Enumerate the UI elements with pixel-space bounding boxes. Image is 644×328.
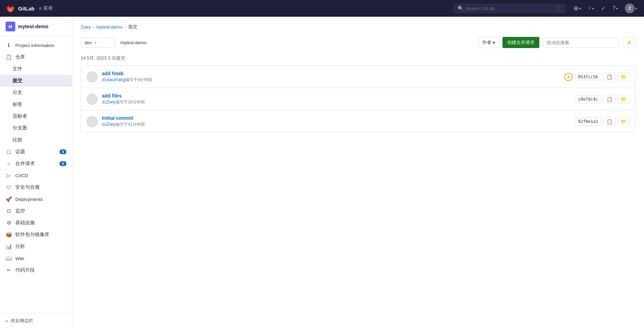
browse-files-button[interactable]: 📁 xyxy=(618,117,630,126)
issues-icon: ◻ xyxy=(6,149,12,155)
commit-time: 16分钟前 xyxy=(128,100,145,104)
breadcrumb-mytest-demo[interactable]: mytest-demo xyxy=(96,24,122,30)
commit-info: add fstab 由xiaozhang编写于4分钟前 xyxy=(102,71,560,83)
sidebar: M mytest-demo ℹ Project information 📋 仓库… xyxy=(0,17,72,328)
deployments-icon: 🚀 xyxy=(6,196,12,202)
copy-sha-button[interactable]: 📋 xyxy=(603,72,615,81)
project-name: mytest-demo xyxy=(18,24,48,29)
help-icon[interactable]: ? ▾ xyxy=(611,4,619,13)
sidebar-item-repository[interactable]: 📋 仓库 xyxy=(0,51,72,63)
repo-name-label: mytest-demo xyxy=(119,38,148,47)
sidebar-item-analytics[interactable]: 📊 分析 xyxy=(0,241,72,252)
commit-sha[interactable]: c0e7dc4c xyxy=(575,95,601,103)
branch-selector[interactable]: dev ▾ xyxy=(81,38,115,48)
browse-files-button[interactable]: 📁 xyxy=(618,95,630,104)
rss-icon: ⚡ xyxy=(626,39,633,45)
commit-actions: c0e7dc4c 📋 📁 xyxy=(575,95,630,104)
sidebar-item-infrastructure[interactable]: ⚙ 基础设施 xyxy=(0,217,72,229)
sidebar-item-label: Wiki xyxy=(15,256,24,261)
new-item-button[interactable]: ⊕ ▾ xyxy=(572,3,582,14)
chevron-down-icon: ▾ xyxy=(95,41,96,45)
commit-author: Zoey xyxy=(106,122,115,127)
info-icon: ℹ xyxy=(6,42,12,48)
commit-author: xiaozhang xyxy=(106,77,125,82)
table-row: add files 由Zoey编写于16分钟前 c0e7dc4c 📋 📁 xyxy=(81,88,635,110)
sidebar-item-issues[interactable]: ◻ 议题 0 xyxy=(0,146,72,158)
merge-requests-icon: ⑂ xyxy=(6,161,12,167)
folder-icon: 📁 xyxy=(621,74,627,80)
commit-time: 41分钟前 xyxy=(128,122,145,127)
main-content: Zoey › mytest-demo › 提交 dev ▾ mytest-dem… xyxy=(72,17,644,328)
gitlab-logo[interactable]: GitLab xyxy=(6,3,35,13)
commit-title[interactable]: add fstab xyxy=(102,71,123,76)
commit-actions: ⏸ 953fcc5b 📋 📁 xyxy=(564,72,630,81)
todo-icon[interactable]: ✓ xyxy=(599,4,607,13)
copy-sha-button[interactable]: 📋 xyxy=(603,117,615,126)
snippets-icon: ✂ xyxy=(6,267,12,273)
sidebar-item-label: 议题 xyxy=(15,149,25,155)
merge-requests-badge: 0 xyxy=(59,161,66,166)
sidebar-item-label: 代码片段 xyxy=(15,267,35,273)
avatar xyxy=(87,94,98,105)
navbar-actions: ⊕ ▾ ⑂ ▾ ✓ ? ▾ Z ▾ xyxy=(572,2,638,15)
search-shortcut: / xyxy=(557,6,561,11)
avatar xyxy=(87,71,98,83)
menu-button[interactable]: ≡ 菜单 xyxy=(39,5,53,11)
sidebar-item-packages[interactable]: 📦 软件包与镜像库 xyxy=(0,229,72,241)
sidebar-item-commits[interactable]: 提交 xyxy=(0,75,72,87)
sidebar-item-contributors[interactable]: 贡献者 xyxy=(0,110,72,122)
sidebar-item-label: 分支图 xyxy=(13,125,27,131)
sidebar-item-tags[interactable]: 标签 xyxy=(0,99,72,110)
browse-files-button[interactable]: 📁 xyxy=(618,72,630,81)
copy-icon: 📋 xyxy=(606,96,612,102)
sidebar-item-label: 标签 xyxy=(13,101,22,108)
search-input[interactable] xyxy=(466,6,555,11)
sidebar-item-label: Deployments xyxy=(15,197,43,202)
repository-icon: 📋 xyxy=(6,54,12,60)
sidebar-item-files[interactable]: 文件 xyxy=(0,63,72,75)
author-chevron-icon: ▾ xyxy=(493,40,495,45)
sidebar-item-wiki[interactable]: 📖 Wiki xyxy=(0,252,72,264)
breadcrumb-sep1: › xyxy=(93,24,94,30)
sidebar-item-label: 软件包与镜像库 xyxy=(15,232,49,238)
breadcrumb-zoey[interactable]: Zoey xyxy=(81,24,91,30)
commit-title[interactable]: Initial commit xyxy=(102,115,133,121)
sidebar-item-branches[interactable]: 分支 xyxy=(0,87,72,99)
sidebar-item-merge-requests[interactable]: ⑂ 合并请求 0 xyxy=(0,158,72,170)
copy-icon: 📋 xyxy=(606,119,612,124)
sidebar-item-cicd[interactable]: ▷ CI/CD xyxy=(0,170,72,181)
wiki-icon: 📖 xyxy=(6,255,12,261)
search-bar[interactable]: 🔍 / xyxy=(454,4,565,13)
sidebar-item-label: 合并请求 xyxy=(15,161,35,167)
commit-title[interactable]: add files xyxy=(102,93,122,99)
breadcrumb: Zoey › mytest-demo › 提交 xyxy=(81,24,636,30)
collapse-sidebar-button[interactable]: « 收起侧边栏 xyxy=(0,313,72,328)
sidebar-item-security[interactable]: 🛡 安全与合规 xyxy=(0,181,72,193)
sidebar-item-label: 提交 xyxy=(13,78,22,84)
search-message-input[interactable] xyxy=(543,38,619,48)
author-filter-button[interactable]: 作者 ▾ xyxy=(478,37,499,48)
commit-sha[interactable]: 92f0e1a2 xyxy=(575,117,601,126)
date-heading: 14 5月, 2023 3 次提交 xyxy=(81,54,636,63)
table-row: Initial commit 由Zoey编写于41分钟前 92f0e1a2 📋 … xyxy=(81,110,635,132)
collapse-icon: « xyxy=(6,318,8,323)
project-avatar: M xyxy=(6,22,15,31)
commit-sha[interactable]: 953fcc5b xyxy=(575,73,601,81)
commit-info: Initial commit 由Zoey编写于41分钟前 xyxy=(102,115,571,127)
commit-actions: 92f0e1a2 📋 📁 xyxy=(575,117,630,126)
sidebar-item-project-info[interactable]: ℹ Project information xyxy=(0,39,72,51)
sidebar-item-label: 基础设施 xyxy=(15,220,35,226)
commit-meta: 由xiaozhang编写于4分钟前 xyxy=(102,77,560,83)
sidebar-item-deployments[interactable]: 🚀 Deployments xyxy=(0,193,72,205)
sidebar-item-monitor[interactable]: ⊡ 监控 xyxy=(0,205,72,217)
sidebar-item-snippets[interactable]: ✂ 代码片段 xyxy=(0,264,72,276)
user-avatar-button[interactable]: Z ▾ xyxy=(623,2,638,15)
infrastructure-icon: ⚙ xyxy=(6,220,12,226)
rss-button[interactable]: ⚡ xyxy=(623,37,636,48)
copy-sha-button[interactable]: 📋 xyxy=(603,95,615,104)
sidebar-item-compare[interactable]: 比较 xyxy=(0,134,72,146)
merge-requests-icon[interactable]: ⑂ ▾ xyxy=(587,4,595,13)
sidebar-item-graph[interactable]: 分支图 xyxy=(0,122,72,134)
create-merge-request-button[interactable]: 创建合并请求 xyxy=(502,37,539,48)
author-label: 作者 xyxy=(482,39,491,46)
